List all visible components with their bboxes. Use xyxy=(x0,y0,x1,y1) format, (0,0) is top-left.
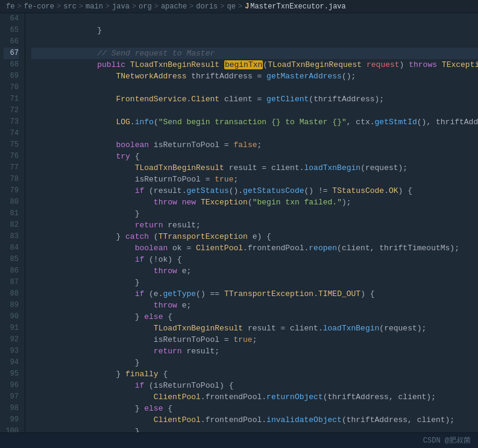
ln-81: 81 xyxy=(4,208,19,219)
bc-fe[interactable]: fe xyxy=(6,2,14,11)
ln-90: 90 xyxy=(4,311,19,323)
code-area: 64 65 66 67 68 69 70 71 72 73 74 75 76 7… xyxy=(0,13,478,432)
ln-75: 75 xyxy=(4,139,19,151)
bc-fe-core[interactable]: fe-core xyxy=(24,2,54,11)
ln-91: 91 xyxy=(4,323,19,334)
bc-qe[interactable]: qe xyxy=(227,2,236,11)
ln-100: 100 xyxy=(4,426,19,432)
code-line-70: FrontendService.Client client = getClien… xyxy=(31,82,478,93)
ln-83: 83 xyxy=(4,231,19,242)
ln-87: 87 xyxy=(4,277,19,288)
ln-65: 65 xyxy=(4,25,19,36)
ln-71: 71 xyxy=(4,93,19,105)
ln-89: 89 xyxy=(4,300,19,311)
bc-file-icon: J xyxy=(245,2,249,11)
ln-96: 96 xyxy=(4,380,19,391)
ln-79: 79 xyxy=(4,185,19,197)
bc-src[interactable]: src xyxy=(63,2,77,11)
ln-88: 88 xyxy=(4,288,19,300)
ln-69: 69 xyxy=(4,71,19,82)
ln-93: 93 xyxy=(4,345,19,357)
ln-99: 99 xyxy=(4,414,19,426)
ln-98: 98 xyxy=(4,403,19,414)
line-numbers: 64 65 66 67 68 69 70 71 72 73 74 75 76 7… xyxy=(0,13,25,432)
ln-95: 95 xyxy=(4,368,19,380)
breadcrumb: fe > fe-core > src > main > java > org >… xyxy=(0,0,478,13)
bc-org[interactable]: org xyxy=(139,2,152,11)
ln-97: 97 xyxy=(4,391,19,403)
ln-86: 86 xyxy=(4,265,19,277)
ln-94: 94 xyxy=(4,357,19,368)
bottom-bar: CSDN @肥叔菌 xyxy=(0,432,478,448)
code-line-64: } xyxy=(31,13,478,25)
ln-74: 74 xyxy=(4,128,19,139)
ln-72: 72 xyxy=(4,105,19,116)
ln-92: 92 xyxy=(4,334,19,345)
ln-64: 64 xyxy=(4,13,19,25)
code-content: } // Send request to Master public TLoad… xyxy=(25,13,478,432)
bc-doris[interactable]: doris xyxy=(196,2,218,11)
ln-67: 67 xyxy=(4,48,19,59)
watermark: CSDN @肥叔菌 xyxy=(423,435,471,446)
ln-80: 80 xyxy=(4,197,19,208)
code-line-72: LOG.info("Send begin transaction {} to M… xyxy=(31,105,478,116)
ln-70: 70 xyxy=(4,82,19,93)
bc-apache[interactable]: apache xyxy=(161,2,187,11)
ln-66: 66 xyxy=(4,36,19,48)
ln-82: 82 xyxy=(4,219,19,231)
ln-85: 85 xyxy=(4,254,19,265)
bc-filename[interactable]: MasterTxnExecutor.java xyxy=(250,2,345,11)
ln-73: 73 xyxy=(4,116,19,128)
bc-main[interactable]: main xyxy=(86,2,103,11)
code-line-74: boolean isReturnToPool = false; xyxy=(31,128,478,139)
ln-77: 77 xyxy=(4,162,19,174)
ln-78: 78 xyxy=(4,174,19,185)
bc-java[interactable]: java xyxy=(112,2,130,11)
ln-84: 84 xyxy=(4,242,19,254)
ln-76: 76 xyxy=(4,151,19,162)
code-line-66: // Send request to Master xyxy=(31,36,478,48)
ln-68: 68 xyxy=(4,59,19,71)
